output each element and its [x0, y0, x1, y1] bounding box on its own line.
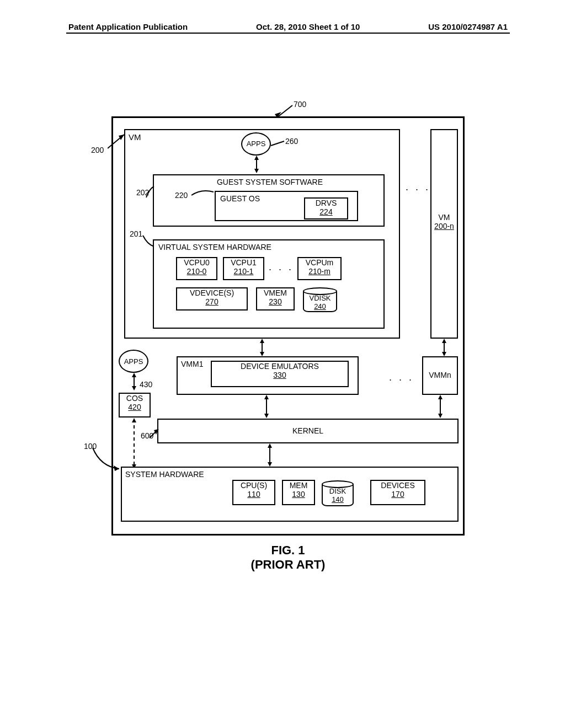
vcpu0: VCPU0 210-0	[176, 257, 217, 280]
svg-marker-10	[260, 352, 264, 356]
vcpu1-b: 210-1	[234, 267, 254, 276]
gss-label: GUEST SYSTEM SOFTWARE	[198, 178, 342, 186]
ref-201: 201	[130, 229, 142, 238]
ref-200: 200	[91, 146, 104, 154]
svg-marker-13	[442, 352, 446, 356]
vmm1-label: VMM1	[181, 360, 203, 368]
header-right: US 2010/0274987 A1	[428, 22, 508, 31]
svg-marker-22	[438, 414, 443, 418]
dev-b: 170	[391, 490, 404, 499]
cos: COS 420	[119, 393, 151, 417]
cos-b: 420	[128, 403, 141, 411]
vmmn-label: VMMn	[429, 371, 451, 379]
vcpum: VCPUm 210-m	[297, 257, 342, 280]
svg-marker-21	[438, 395, 443, 399]
vdevices: VDEVICE(S) 270	[176, 287, 248, 311]
svg-marker-30	[268, 462, 272, 467]
drvs-box: DRVS 224	[304, 197, 348, 220]
vdisk-b: 240	[314, 302, 326, 311]
svg-marker-16	[132, 386, 136, 390]
vdisk: VDISK 240	[303, 289, 337, 312]
figure-wrapper: 700 200 VM APPS 260	[111, 116, 465, 572]
sh-label: SYSTEM HARDWARE	[125, 470, 204, 479]
kernel: KERNEL	[157, 419, 459, 443]
virtual-system-hardware: VIRTUAL SYSTEM HARDWARE VCPU0 210-0 VCPU…	[153, 240, 385, 329]
vdev-a: VDEVICE(S)	[190, 288, 234, 297]
vmem-a: VMEM	[264, 288, 287, 297]
svg-line-0	[277, 105, 292, 117]
disk-b: 140	[332, 495, 344, 504]
drvs-a: DRVS	[316, 199, 337, 207]
cpus: CPU(S) 110	[232, 480, 275, 505]
figure-caption: FIG. 1 (PRIOR ART)	[111, 543, 465, 572]
system-700: 200 VM APPS 260	[111, 116, 465, 536]
guest-os: GUEST OS DRVS 224	[215, 191, 358, 221]
vmm-ellipsis: . . .	[389, 372, 414, 383]
vdev-b: 270	[205, 297, 218, 306]
svg-marker-7	[254, 169, 259, 173]
device-emulators: DEVICE EMULATORS 330	[211, 361, 349, 387]
arrow-kernel-hw	[265, 442, 276, 470]
svg-marker-19	[264, 414, 269, 418]
vdisk-a: VDISK	[309, 294, 331, 302]
ref-260: 260	[285, 137, 298, 146]
vmn-a: VM	[439, 213, 450, 222]
disk-a: DISK	[329, 487, 346, 495]
vcpu-ellipsis: . . .	[269, 261, 294, 273]
vmmn: VMMn	[422, 356, 458, 395]
svg-marker-6	[254, 156, 259, 160]
arrow-cos-hw	[130, 417, 141, 472]
drvs-b: 224	[319, 207, 332, 216]
vcpu1-a: VCPU1	[231, 258, 257, 267]
ref-202: 202	[136, 188, 149, 197]
header-mid: Oct. 28, 2010 Sheet 1 of 10	[256, 22, 360, 31]
mem: MEM 130	[282, 480, 315, 505]
mem-a: MEM	[290, 481, 308, 490]
svg-line-4	[271, 141, 284, 146]
vcpum-a: VCPUm	[306, 258, 334, 267]
vmn-b: 200-n	[434, 222, 454, 231]
disk: DISK 140	[322, 482, 354, 506]
vm-n: VM 200-n	[430, 129, 458, 339]
vcpu1: VCPU1 210-1	[223, 257, 264, 280]
vmem: VMEM 230	[256, 287, 295, 311]
vcpu0-b: 210-0	[187, 267, 207, 276]
ref-600: 600	[141, 431, 153, 440]
svg-marker-18	[264, 395, 269, 399]
apps-430: APPS	[119, 350, 148, 373]
ref-430: 430	[140, 380, 152, 389]
vmm1: VMM1 DEVICE EMULATORS 330	[177, 356, 359, 395]
svg-marker-9	[260, 339, 264, 343]
devices: DEVICES 170	[370, 480, 425, 505]
page-header: Patent Application Publication Oct. 28, …	[66, 22, 510, 34]
de-a: DEVICE EMULATORS	[241, 362, 319, 371]
arrow-apps-gss	[252, 154, 263, 176]
caption-line1: FIG. 1	[111, 543, 465, 558]
cpu-a: CPU(S)	[241, 481, 267, 490]
ref-100: 100	[84, 442, 97, 451]
svg-marker-12	[442, 339, 446, 343]
ref-220: 220	[175, 191, 188, 200]
vsh-label: VIRTUAL SYSTEM HARDWARE	[158, 243, 271, 251]
vm-label: VM	[129, 132, 141, 142]
cos-a: COS	[126, 394, 143, 403]
arrow-apps-cos	[130, 372, 141, 394]
svg-marker-26	[132, 418, 136, 422]
svg-line-2	[108, 135, 124, 148]
cpu-b: 110	[247, 490, 260, 499]
caption-line2: (PRIOR ART)	[111, 558, 465, 572]
vcpu0-a: VCPU0	[184, 258, 210, 267]
de-b: 330	[273, 371, 286, 379]
svg-marker-29	[268, 443, 272, 448]
svg-marker-15	[132, 373, 136, 377]
system-hardware: SYSTEM HARDWARE CPU(S) 110 MEM 130 DISK …	[121, 467, 459, 522]
apps-circle: APPS	[241, 132, 271, 156]
arrow-vmmn-kernel	[436, 394, 447, 421]
gos-label: GUEST OS	[220, 194, 260, 203]
vm-ellipsis: . . .	[406, 181, 430, 193]
vm-box: VM APPS 260 GUEST SYSTEM SOFTWARE	[124, 129, 400, 339]
svg-marker-3	[119, 135, 124, 140]
mem-b: 130	[292, 490, 305, 499]
arrow-vmm1-kernel	[262, 394, 273, 421]
ref-700: 700	[294, 100, 306, 109]
